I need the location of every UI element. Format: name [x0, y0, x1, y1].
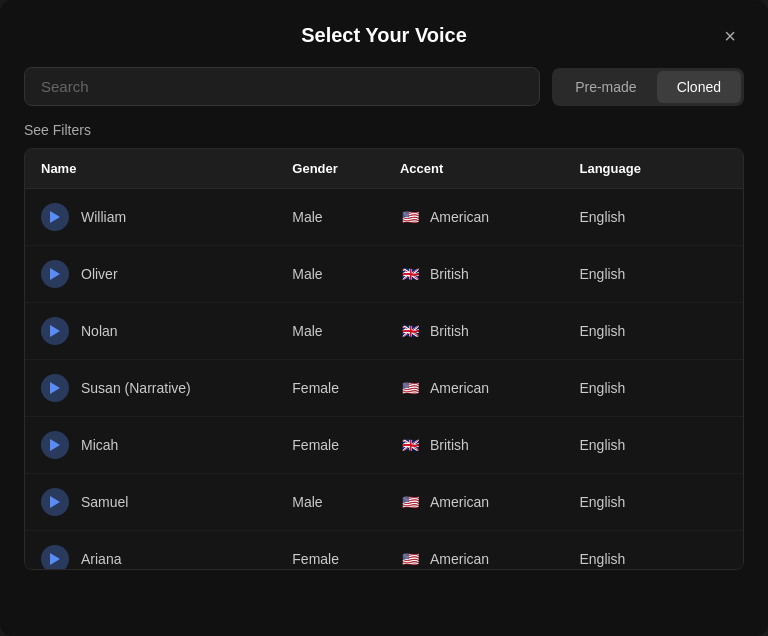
col-header-gender: Gender — [276, 149, 384, 189]
play-button-4[interactable] — [41, 431, 69, 459]
modal: Select Your Voice × Pre-made Cloned See … — [0, 0, 768, 636]
table-row: Micah Female 🇬🇧 British English — [25, 417, 743, 474]
language-cell-5: English — [563, 474, 743, 531]
svg-marker-1 — [50, 268, 60, 280]
tab-premade[interactable]: Pre-made — [555, 71, 656, 103]
language-cell-4: English — [563, 417, 743, 474]
table-row: Oliver Male 🇬🇧 British English — [25, 246, 743, 303]
svg-marker-5 — [50, 496, 60, 508]
flag-icon-3: 🇺🇸 — [400, 377, 422, 399]
gender-cell-4: Female — [276, 417, 384, 474]
accent-cell-2: 🇬🇧 British — [384, 303, 564, 360]
svg-marker-4 — [50, 439, 60, 451]
language-cell-3: English — [563, 360, 743, 417]
voice-table-container: Name Gender Accent Language William Male — [24, 148, 744, 570]
flag-icon-1: 🇬🇧 — [400, 263, 422, 285]
svg-marker-0 — [50, 211, 60, 223]
gender-cell-3: Female — [276, 360, 384, 417]
play-button-6[interactable] — [41, 545, 69, 569]
col-header-language: Language — [563, 149, 743, 189]
flag-icon-2: 🇬🇧 — [400, 320, 422, 342]
accent-label-6: American — [430, 551, 489, 567]
voice-name-2: Nolan — [81, 323, 118, 339]
name-cell-6: Ariana — [25, 531, 276, 570]
gender-cell-5: Male — [276, 474, 384, 531]
col-header-name: Name — [25, 149, 276, 189]
voice-name-4: Micah — [81, 437, 118, 453]
table-row: Nolan Male 🇬🇧 British English — [25, 303, 743, 360]
flag-icon-0: 🇺🇸 — [400, 206, 422, 228]
search-input[interactable] — [24, 67, 540, 106]
accent-label-2: British — [430, 323, 469, 339]
accent-cell-4: 🇬🇧 British — [384, 417, 564, 474]
gender-cell-2: Male — [276, 303, 384, 360]
tab-cloned[interactable]: Cloned — [657, 71, 741, 103]
table-row: Susan (Narrative) Female 🇺🇸 American Eng… — [25, 360, 743, 417]
accent-label-3: American — [430, 380, 489, 396]
accent-label-5: American — [430, 494, 489, 510]
flag-icon-6: 🇺🇸 — [400, 548, 422, 569]
play-button-5[interactable] — [41, 488, 69, 516]
table-header-row: Name Gender Accent Language — [25, 149, 743, 189]
table-row: Ariana Female 🇺🇸 American English — [25, 531, 743, 570]
accent-cell-6: 🇺🇸 American — [384, 531, 564, 570]
play-button-2[interactable] — [41, 317, 69, 345]
accent-cell-5: 🇺🇸 American — [384, 474, 564, 531]
voice-name-0: William — [81, 209, 126, 225]
voice-name-5: Samuel — [81, 494, 128, 510]
name-cell-5: Samuel — [25, 474, 276, 531]
language-cell-2: English — [563, 303, 743, 360]
gender-cell-6: Female — [276, 531, 384, 570]
svg-marker-6 — [50, 553, 60, 565]
language-cell-1: English — [563, 246, 743, 303]
name-cell-0: William — [25, 189, 276, 246]
play-button-3[interactable] — [41, 374, 69, 402]
accent-label-0: American — [430, 209, 489, 225]
name-cell-4: Micah — [25, 417, 276, 474]
accent-cell-3: 🇺🇸 American — [384, 360, 564, 417]
accent-cell-0: 🇺🇸 American — [384, 189, 564, 246]
col-header-accent: Accent — [384, 149, 564, 189]
svg-marker-3 — [50, 382, 60, 394]
play-button-0[interactable] — [41, 203, 69, 231]
tab-group: Pre-made Cloned — [552, 68, 744, 106]
modal-header: Select Your Voice × — [24, 24, 744, 47]
voice-name-3: Susan (Narrative) — [81, 380, 191, 396]
name-cell-2: Nolan — [25, 303, 276, 360]
flag-icon-4: 🇬🇧 — [400, 434, 422, 456]
svg-marker-2 — [50, 325, 60, 337]
close-button[interactable]: × — [716, 22, 744, 50]
gender-cell-0: Male — [276, 189, 384, 246]
accent-cell-1: 🇬🇧 British — [384, 246, 564, 303]
see-filters[interactable]: See Filters — [24, 122, 744, 138]
controls-row: Pre-made Cloned — [24, 67, 744, 106]
play-button-1[interactable] — [41, 260, 69, 288]
voice-name-1: Oliver — [81, 266, 118, 282]
voice-table: Name Gender Accent Language William Male — [25, 149, 743, 569]
accent-label-4: British — [430, 437, 469, 453]
table-scroll[interactable]: Name Gender Accent Language William Male — [25, 149, 743, 569]
name-cell-3: Susan (Narrative) — [25, 360, 276, 417]
table-row: William Male 🇺🇸 American English — [25, 189, 743, 246]
flag-icon-5: 🇺🇸 — [400, 491, 422, 513]
gender-cell-1: Male — [276, 246, 384, 303]
table-body: William Male 🇺🇸 American English Oliver — [25, 189, 743, 570]
language-cell-6: English — [563, 531, 743, 570]
accent-label-1: British — [430, 266, 469, 282]
name-cell-1: Oliver — [25, 246, 276, 303]
language-cell-0: English — [563, 189, 743, 246]
voice-name-6: Ariana — [81, 551, 121, 567]
table-row: Samuel Male 🇺🇸 American English — [25, 474, 743, 531]
modal-title: Select Your Voice — [301, 24, 467, 47]
